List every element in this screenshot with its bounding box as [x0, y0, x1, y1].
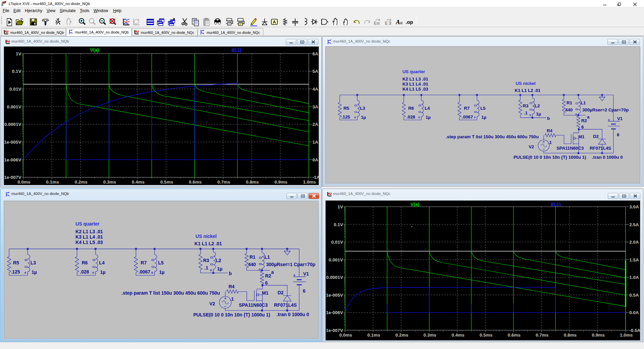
svg-text:b: b	[547, 116, 550, 121]
svg-text:.0067: .0067	[462, 114, 473, 119]
svg-text:0.1ms: 0.1ms	[367, 333, 380, 338]
svg-text:K3 L1 L4 .01: K3 L1 L4 .01	[75, 234, 103, 240]
svg-text:0.01V: 0.01V	[9, 87, 21, 92]
svg-text:0.001V: 0.001V	[329, 257, 343, 262]
svg-text:SPA11N60C3: SPA11N60C3	[556, 146, 584, 151]
svg-text:SPA11N60C3: SPA11N60C3	[239, 302, 268, 308]
svg-text:a: a	[587, 114, 590, 119]
svg-text:2.5A: 2.5A	[629, 222, 639, 227]
svg-text:0.0A: 0.0A	[629, 310, 639, 315]
svg-text:1e-005V: 1e-005V	[4, 140, 21, 145]
svg-text:0.9ms: 0.9ms	[274, 180, 287, 185]
svg-text:.1: .1	[524, 110, 528, 115]
svg-text:V2: V2	[529, 144, 534, 149]
svg-text:1e-007V: 1e-007V	[326, 328, 343, 333]
svg-text:1.0ms: 1.0ms	[620, 333, 633, 338]
svg-text:L1: L1	[581, 100, 586, 105]
svg-text:R5: R5	[343, 106, 350, 111]
svg-text:1e-006V: 1e-006V	[4, 157, 21, 162]
svg-text:1µ: 1µ	[159, 269, 164, 275]
svg-text:1µ: 1µ	[361, 115, 366, 120]
svg-text:L5: L5	[158, 260, 164, 265]
svg-text:0.0001V: 0.0001V	[326, 275, 343, 280]
svg-text:D2: D2	[593, 134, 599, 139]
svg-text:I(L1): I(L1)	[551, 201, 561, 207]
svg-text:RF071L4S: RF071L4S	[274, 302, 297, 308]
svg-text:R3: R3	[523, 103, 529, 108]
svg-text:.0067: .0067	[139, 269, 150, 275]
svg-text:R6: R6	[82, 260, 88, 265]
svg-text:I(L1): I(L1)	[231, 47, 241, 53]
svg-text:K1 L1 L2 .01: K1 L1 L2 .01	[195, 241, 222, 246]
svg-text:.1: .1	[548, 140, 552, 145]
svg-text:1e-005V: 1e-005V	[326, 292, 343, 297]
svg-text:3A: 3A	[313, 104, 319, 109]
svg-text:V1: V1	[617, 116, 623, 121]
svg-text:440: 440	[565, 107, 573, 112]
svg-text:0.7ms: 0.7ms	[536, 333, 548, 338]
svg-text:1µ: 1µ	[217, 266, 222, 271]
svg-text:1µ: 1µ	[100, 269, 106, 275]
svg-text:K2 L1 L3 .01: K2 L1 L3 .01	[402, 77, 429, 82]
svg-text:0.5A: 0.5A	[629, 292, 639, 297]
svg-text:R6: R6	[408, 106, 414, 111]
svg-text:0.6ms: 0.6ms	[189, 180, 202, 185]
svg-text:1.5A: 1.5A	[629, 257, 639, 262]
svg-text:6A: 6A	[313, 51, 319, 56]
svg-text:K2 L1 L3 .01: K2 L1 L3 .01	[75, 229, 103, 234]
svg-text:R2: R2	[265, 273, 271, 279]
svg-text:0.3ms: 0.3ms	[103, 180, 116, 185]
svg-text:R7: R7	[141, 260, 147, 265]
svg-text:PULSE(0 10 0 10n 10n {T} 1000u: PULSE(0 10 0 10n 10n {T} 1000u 1)	[193, 312, 270, 317]
svg-text:300µRser=1 Cpar=70p: 300µRser=1 Cpar=70p	[266, 262, 316, 267]
svg-text:K4 L1 L5 .03: K4 L1 L5 .03	[402, 87, 428, 92]
svg-text:US nickel: US nickel	[516, 81, 535, 86]
svg-text:1.0A: 1.0A	[629, 275, 639, 280]
svg-text:1e-007V: 1e-007V	[4, 175, 21, 180]
svg-text:K1 L1 L2 .01: K1 L1 L2 .01	[515, 88, 541, 93]
svg-text:6: 6	[303, 288, 306, 294]
svg-text:.step param T list 150u 300u 4: .step param T list 150u 300u 450u 600u 7…	[446, 134, 539, 139]
svg-text:L4: L4	[425, 106, 430, 111]
svg-text:R1: R1	[250, 254, 256, 260]
svg-text:4A: 4A	[313, 87, 319, 92]
svg-text:0.6ms: 0.6ms	[507, 333, 520, 338]
svg-text:L1: L1	[264, 254, 270, 260]
svg-text:1µ: 1µ	[32, 269, 37, 275]
svg-text:0.0001V: 0.0001V	[4, 122, 21, 127]
svg-text:300µRser=2 Cpar=70p: 300µRser=2 Cpar=70p	[582, 107, 629, 112]
svg-text:0.1V: 0.1V	[334, 222, 343, 227]
svg-text:0.1V: 0.1V	[12, 69, 21, 74]
svg-text:6: 6	[617, 132, 619, 137]
svg-text:R3: R3	[203, 258, 209, 263]
svg-text:.1: .1	[204, 265, 208, 270]
svg-text:-1A: -1A	[313, 175, 319, 180]
svg-text:V(a): V(a)	[411, 201, 419, 207]
svg-text:K3 L1 L4 .01: K3 L1 L4 .01	[402, 82, 429, 87]
svg-text:M1: M1	[262, 290, 269, 296]
svg-text:K4 L1 L5 .03: K4 L1 L5 .03	[75, 240, 103, 245]
svg-text:R1: R1	[567, 100, 573, 105]
svg-text:R5: R5	[13, 260, 19, 265]
svg-text:.1: .1	[230, 296, 234, 302]
svg-text:0.2ms: 0.2ms	[74, 180, 87, 185]
svg-text:0.3ms: 0.3ms	[424, 333, 436, 338]
svg-text:0.8ms: 0.8ms	[564, 333, 577, 338]
svg-text:1µ: 1µ	[481, 115, 486, 120]
svg-text:R4: R4	[228, 284, 234, 289]
svg-text:0.5ms: 0.5ms	[160, 180, 173, 185]
svg-text:.step param T list 150u 300u 4: .step param T list 150u 300u 450u 600u 7…	[121, 290, 220, 296]
svg-text:0.4ms: 0.4ms	[451, 333, 464, 338]
svg-text:-0.5A: -0.5A	[629, 328, 640, 333]
svg-text:0.0ms: 0.0ms	[339, 333, 352, 338]
svg-text:RF071L4S: RF071L4S	[590, 146, 611, 151]
svg-text:2.0A: 2.0A	[629, 240, 639, 245]
svg-text:0.2ms: 0.2ms	[395, 333, 408, 338]
svg-text:1.0ms: 1.0ms	[303, 180, 316, 185]
svg-text:L4: L4	[99, 260, 105, 265]
svg-text:1µ: 1µ	[426, 115, 431, 120]
svg-text:.125: .125	[341, 114, 350, 119]
svg-text:440: 440	[248, 262, 256, 267]
svg-text:R7: R7	[464, 106, 470, 111]
svg-text:0.8ms: 0.8ms	[246, 180, 259, 185]
